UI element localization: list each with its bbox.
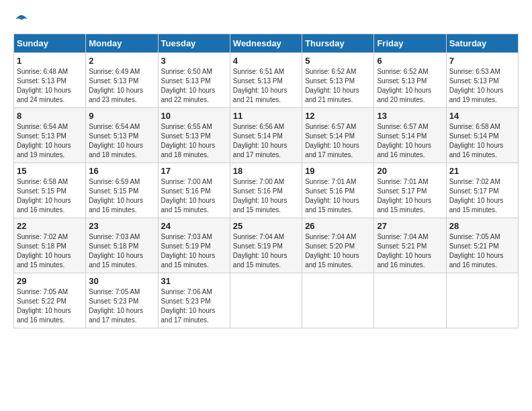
calendar-cell: 9 Sunrise: 6:54 AM Sunset: 5:13 PM Dayli…: [86, 108, 158, 163]
day-number: 23: [89, 221, 154, 231]
calendar-cell: 4 Sunrise: 6:51 AM Sunset: 5:13 PM Dayli…: [230, 53, 302, 108]
calendar-cell: 19 Sunrise: 7:01 AM Sunset: 5:16 PM Dayl…: [302, 163, 374, 218]
day-number: 12: [305, 111, 371, 121]
day-info: Sunrise: 7:02 AM Sunset: 5:18 PM Dayligh…: [17, 232, 83, 270]
calendar-week-row: 29 Sunrise: 7:05 AM Sunset: 5:22 PM Dayl…: [14, 273, 519, 328]
day-number: 17: [161, 166, 227, 176]
page-header: [13, 13, 519, 27]
day-number: 31: [161, 276, 227, 286]
day-info: Sunrise: 7:04 AM Sunset: 5:19 PM Dayligh…: [233, 232, 299, 270]
calendar-cell: 1 Sunrise: 6:48 AM Sunset: 5:13 PM Dayli…: [14, 53, 86, 108]
calendar-week-row: 22 Sunrise: 7:02 AM Sunset: 5:18 PM Dayl…: [14, 218, 519, 273]
day-number: 11: [233, 111, 299, 121]
calendar-cell: 30 Sunrise: 7:05 AM Sunset: 5:23 PM Dayl…: [86, 273, 158, 328]
calendar-cell: 12 Sunrise: 6:57 AM Sunset: 5:14 PM Dayl…: [302, 108, 374, 163]
day-number: 10: [161, 111, 227, 121]
calendar-day-header: Thursday: [302, 34, 374, 53]
day-info: Sunrise: 7:06 AM Sunset: 5:23 PM Dayligh…: [161, 287, 227, 325]
calendar-cell: 22 Sunrise: 7:02 AM Sunset: 5:18 PM Dayl…: [14, 218, 86, 273]
day-number: 30: [89, 276, 154, 286]
day-number: 8: [17, 111, 83, 121]
day-info: Sunrise: 7:03 AM Sunset: 5:19 PM Dayligh…: [161, 232, 227, 270]
day-number: 28: [449, 221, 515, 231]
calendar-cell: 21 Sunrise: 7:02 AM Sunset: 5:17 PM Dayl…: [446, 163, 518, 218]
calendar-cell: 11 Sunrise: 6:56 AM Sunset: 5:14 PM Dayl…: [230, 108, 302, 163]
day-number: 20: [377, 166, 443, 176]
day-info: Sunrise: 7:01 AM Sunset: 5:17 PM Dayligh…: [377, 177, 443, 215]
calendar-cell: [446, 273, 518, 328]
day-number: 25: [233, 221, 299, 231]
calendar-cell: 24 Sunrise: 7:03 AM Sunset: 5:19 PM Dayl…: [158, 218, 230, 273]
day-number: 26: [305, 221, 371, 231]
logo: [13, 13, 28, 27]
calendar-cell: 15 Sunrise: 6:58 AM Sunset: 5:15 PM Dayl…: [14, 163, 86, 218]
calendar-day-header: Sunday: [14, 34, 86, 53]
day-info: Sunrise: 7:02 AM Sunset: 5:17 PM Dayligh…: [449, 177, 515, 215]
calendar-cell: 5 Sunrise: 6:52 AM Sunset: 5:13 PM Dayli…: [302, 53, 374, 108]
calendar-cell: 31 Sunrise: 7:06 AM Sunset: 5:23 PM Dayl…: [158, 273, 230, 328]
day-info: Sunrise: 6:57 AM Sunset: 5:14 PM Dayligh…: [305, 122, 371, 160]
calendar-cell: 29 Sunrise: 7:05 AM Sunset: 5:22 PM Dayl…: [14, 273, 86, 328]
day-info: Sunrise: 7:05 AM Sunset: 5:23 PM Dayligh…: [89, 287, 154, 325]
day-number: 29: [17, 276, 83, 286]
day-info: Sunrise: 6:51 AM Sunset: 5:13 PM Dayligh…: [233, 67, 299, 105]
day-info: Sunrise: 7:05 AM Sunset: 5:21 PM Dayligh…: [449, 232, 515, 270]
day-info: Sunrise: 6:54 AM Sunset: 5:13 PM Dayligh…: [17, 122, 83, 160]
calendar-cell: [374, 273, 446, 328]
day-info: Sunrise: 6:52 AM Sunset: 5:13 PM Dayligh…: [305, 67, 371, 105]
day-info: Sunrise: 6:52 AM Sunset: 5:13 PM Dayligh…: [377, 67, 443, 105]
day-number: 2: [89, 56, 154, 66]
calendar-cell: 6 Sunrise: 6:52 AM Sunset: 5:13 PM Dayli…: [374, 53, 446, 108]
calendar-cell: 27 Sunrise: 7:04 AM Sunset: 5:21 PM Dayl…: [374, 218, 446, 273]
day-info: Sunrise: 6:57 AM Sunset: 5:14 PM Dayligh…: [377, 122, 443, 160]
day-info: Sunrise: 7:00 AM Sunset: 5:16 PM Dayligh…: [233, 177, 299, 215]
calendar-cell: 7 Sunrise: 6:53 AM Sunset: 5:13 PM Dayli…: [446, 53, 518, 108]
day-number: 21: [449, 166, 515, 176]
day-number: 4: [233, 56, 299, 66]
day-number: 27: [377, 221, 443, 231]
day-info: Sunrise: 6:49 AM Sunset: 5:13 PM Dayligh…: [89, 67, 154, 105]
day-info: Sunrise: 6:54 AM Sunset: 5:13 PM Dayligh…: [89, 122, 154, 160]
day-info: Sunrise: 6:58 AM Sunset: 5:15 PM Dayligh…: [17, 177, 83, 215]
day-info: Sunrise: 6:58 AM Sunset: 5:14 PM Dayligh…: [449, 122, 515, 160]
calendar-cell: 16 Sunrise: 6:59 AM Sunset: 5:15 PM Dayl…: [86, 163, 158, 218]
calendar-cell: 14 Sunrise: 6:58 AM Sunset: 5:14 PM Dayl…: [446, 108, 518, 163]
day-info: Sunrise: 6:55 AM Sunset: 5:13 PM Dayligh…: [161, 122, 227, 160]
calendar-cell: [230, 273, 302, 328]
calendar-day-header: Monday: [86, 34, 158, 53]
day-number: 9: [89, 111, 154, 121]
calendar-cell: 26 Sunrise: 7:04 AM Sunset: 5:20 PM Dayl…: [302, 218, 374, 273]
day-info: Sunrise: 7:04 AM Sunset: 5:21 PM Dayligh…: [377, 232, 443, 270]
day-info: Sunrise: 6:50 AM Sunset: 5:13 PM Dayligh…: [161, 67, 227, 105]
calendar-week-row: 15 Sunrise: 6:58 AM Sunset: 5:15 PM Dayl…: [14, 163, 519, 218]
calendar-cell: 25 Sunrise: 7:04 AM Sunset: 5:19 PM Dayl…: [230, 218, 302, 273]
calendar-week-row: 8 Sunrise: 6:54 AM Sunset: 5:13 PM Dayli…: [14, 108, 519, 163]
day-info: Sunrise: 7:04 AM Sunset: 5:20 PM Dayligh…: [305, 232, 371, 270]
calendar-day-header: Friday: [374, 34, 446, 53]
calendar-cell: 3 Sunrise: 6:50 AM Sunset: 5:13 PM Dayli…: [158, 53, 230, 108]
day-info: Sunrise: 7:01 AM Sunset: 5:16 PM Dayligh…: [305, 177, 371, 215]
calendar-day-header: Wednesday: [230, 34, 302, 53]
calendar-day-header: Saturday: [446, 34, 518, 53]
calendar-day-header: Tuesday: [158, 34, 230, 53]
calendar-cell: 18 Sunrise: 7:00 AM Sunset: 5:16 PM Dayl…: [230, 163, 302, 218]
day-number: 14: [449, 111, 515, 121]
day-info: Sunrise: 6:48 AM Sunset: 5:13 PM Dayligh…: [17, 67, 83, 105]
day-number: 22: [17, 221, 83, 231]
calendar-cell: 28 Sunrise: 7:05 AM Sunset: 5:21 PM Dayl…: [446, 218, 518, 273]
calendar-cell: 2 Sunrise: 6:49 AM Sunset: 5:13 PM Dayli…: [86, 53, 158, 108]
calendar-week-row: 1 Sunrise: 6:48 AM Sunset: 5:13 PM Dayli…: [14, 53, 519, 108]
calendar-cell: 17 Sunrise: 7:00 AM Sunset: 5:16 PM Dayl…: [158, 163, 230, 218]
calendar-cell: 20 Sunrise: 7:01 AM Sunset: 5:17 PM Dayl…: [374, 163, 446, 218]
day-number: 6: [377, 56, 443, 66]
calendar-body: 1 Sunrise: 6:48 AM Sunset: 5:13 PM Dayli…: [14, 53, 519, 328]
calendar-cell: 13 Sunrise: 6:57 AM Sunset: 5:14 PM Dayl…: [374, 108, 446, 163]
logo-bird-icon: [15, 13, 28, 27]
day-number: 13: [377, 111, 443, 121]
calendar-cell: 8 Sunrise: 6:54 AM Sunset: 5:13 PM Dayli…: [14, 108, 86, 163]
day-info: Sunrise: 6:59 AM Sunset: 5:15 PM Dayligh…: [89, 177, 154, 215]
day-number: 15: [17, 166, 83, 176]
day-number: 16: [89, 166, 154, 176]
calendar-cell: 23 Sunrise: 7:03 AM Sunset: 5:18 PM Dayl…: [86, 218, 158, 273]
day-info: Sunrise: 7:00 AM Sunset: 5:16 PM Dayligh…: [161, 177, 227, 215]
